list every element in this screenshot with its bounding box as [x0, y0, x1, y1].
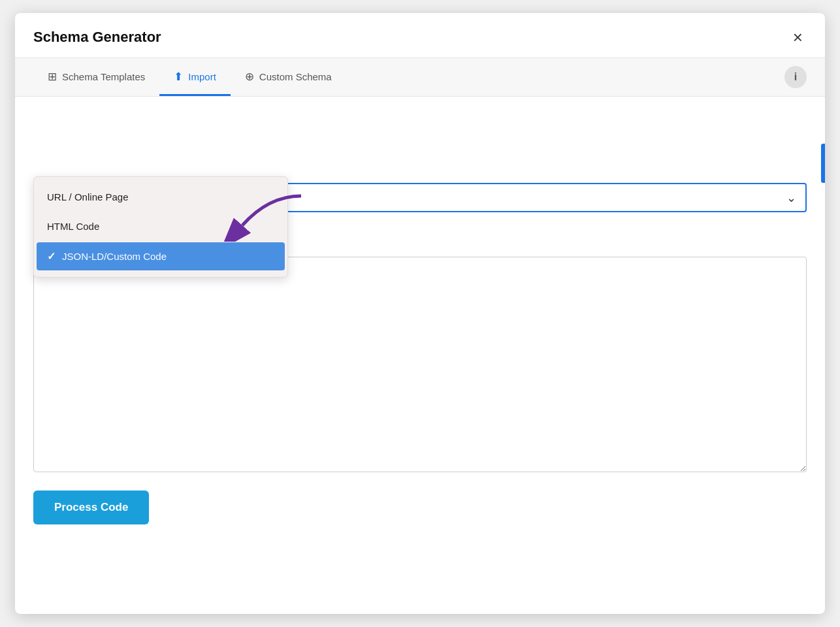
schema-generator-modal: Schema Generator × ⊞ Schema Templates ⬆ … [15, 13, 825, 614]
modal-body: URL / Online Page HTML Code ✓ JSON-LD/Cu… [15, 97, 825, 614]
custom-schema-icon: ⊕ [245, 70, 254, 84]
dropdown-chevron-icon: ⌄ [786, 191, 796, 205]
import-type-dropdown-wrapper: URL / Online Page HTML Code ✓ JSON-LD/Cu… [33, 183, 807, 212]
process-code-button[interactable]: Process Code [33, 490, 149, 524]
dropdown-item-jsonld[interactable]: ✓ JSON-LD/Custom Code [37, 242, 285, 270]
import-icon: ⬆ [174, 70, 183, 84]
tabs-bar: ⊞ Schema Templates ⬆ Import ⊕ Custom Sch… [15, 58, 825, 97]
modal-title: Schema Generator [33, 29, 161, 46]
tab-import[interactable]: ⬆ Import [159, 58, 231, 96]
dropdown-menu[interactable]: URL / Online Page HTML Code ✓ JSON-LD/Cu… [33, 176, 288, 278]
dropdown-item-html[interactable]: HTML Code [34, 212, 287, 241]
info-button[interactable]: i [784, 66, 807, 88]
dropdown-item-url[interactable]: URL / Online Page [34, 182, 287, 212]
jsonld-code-textarea[interactable] [33, 257, 807, 472]
schema-templates-icon: ⊞ [48, 70, 57, 84]
modal-header: Schema Generator × [15, 13, 825, 58]
close-button[interactable]: × [789, 27, 807, 47]
tab-schema-templates[interactable]: ⊞ Schema Templates [33, 58, 159, 96]
right-accent-bar [821, 144, 825, 183]
selected-checkmark: ✓ [47, 250, 56, 263]
tab-custom-schema[interactable]: ⊕ Custom Schema [231, 58, 346, 96]
